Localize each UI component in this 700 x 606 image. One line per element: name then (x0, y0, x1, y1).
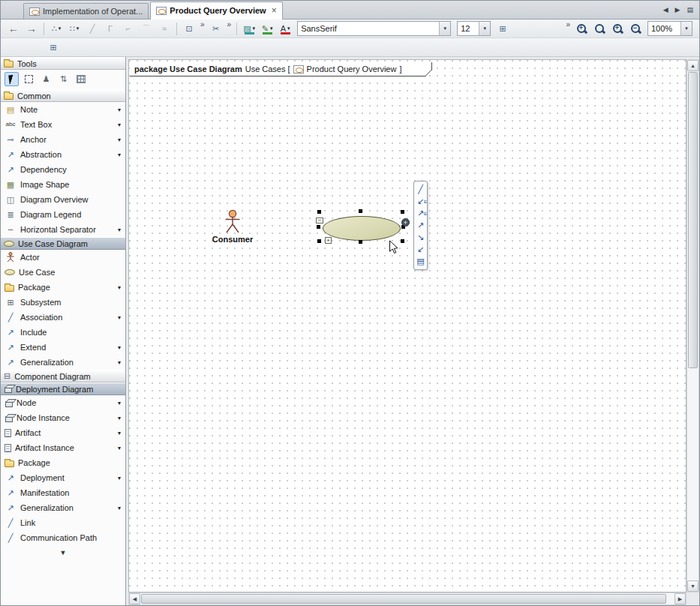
palette-item-generalization[interactable]: ↗Generalization▾ (1, 500, 125, 515)
overflow-chevron-icon[interactable]: » (227, 20, 232, 28)
structure-view-button[interactable]: ⊞ (45, 40, 62, 56)
sticky-mode-tool[interactable]: ♟ (39, 72, 53, 86)
resize-handle[interactable] (317, 225, 320, 229)
chevron-down-icon[interactable]: ▾ (118, 505, 123, 512)
overflow-chevron-icon[interactable]: » (566, 20, 570, 28)
palette-item-subsystem[interactable]: ⊞Subsystem (1, 295, 125, 310)
quick-shape-button[interactable]: ∴▾ (48, 21, 65, 37)
select-tool[interactable] (5, 72, 19, 86)
scroll-down-button[interactable]: ▼ (687, 580, 698, 592)
palette-section-tools[interactable]: Tools (1, 57, 125, 70)
chevron-down-icon[interactable]: ▾ (118, 400, 123, 406)
resize-handle[interactable] (317, 210, 321, 214)
chevron-down-icon[interactable]: ▼ (680, 22, 692, 35)
palette-item-extend[interactable]: ↗Extend▾ (1, 340, 125, 355)
resize-handle[interactable] (359, 209, 362, 213)
zoom-in-button[interactable]: + (573, 21, 590, 37)
chevron-down-icon[interactable]: ▾ (118, 152, 123, 158)
palette-item-abstraction[interactable]: ↗Abstraction▾ (1, 147, 125, 162)
chevron-down-icon[interactable]: ▼ (479, 22, 490, 35)
chevron-down-icon[interactable]: ▾ (118, 475, 123, 482)
chevron-down-icon[interactable]: ▾ (118, 284, 123, 291)
palette-item-package[interactable]: Package▾ (1, 280, 125, 295)
font-color-button[interactable]: A▾ (277, 21, 293, 37)
palette-item-artifact[interactable]: Artifact▾ (1, 425, 125, 440)
next-tab-button[interactable]: ▶ (675, 6, 680, 14)
palette-item-node[interactable]: Node▾ (1, 395, 125, 410)
palette-item-node-instance[interactable]: Node Instance▾ (1, 410, 125, 425)
tab-product-query-overview[interactable]: Product Query Overview× (150, 2, 282, 20)
palette-item-anchor[interactable]: ⊸Anchor▾ (1, 132, 125, 147)
chevron-down-icon[interactable]: ▾ (118, 106, 123, 113)
palette-item-include[interactable]: ↗Include (1, 325, 125, 340)
resize-handle[interactable] (401, 239, 404, 243)
palette-item-diagram-overview[interactable]: ◫Diagram Overview (1, 192, 125, 207)
palette-section-use-case-diagram[interactable]: Use Case Diagram (1, 237, 125, 250)
block-select-tool[interactable] (22, 72, 36, 86)
palette-item-actor[interactable]: Actor (1, 250, 125, 265)
vertical-scrollbar-thumb[interactable] (688, 72, 698, 368)
palette-item-link[interactable]: ╱Link (1, 515, 125, 530)
chevron-down-icon[interactable]: ▾ (118, 359, 123, 366)
palette-item-package[interactable]: Package (1, 455, 125, 470)
chevron-down-icon[interactable]: ▾ (77, 26, 80, 32)
zoom-region-button[interactable]: + (609, 21, 626, 37)
palette-item-communication-path[interactable]: ╱Communication Path (1, 530, 125, 545)
cut-button[interactable]: ✂ (208, 21, 224, 37)
palette-item-manifestation[interactable]: ↗Manifestation (1, 485, 125, 500)
diagram-canvas[interactable]: package Use Case Diagram Use Cases [ Pro… (128, 59, 686, 592)
palette-item-artifact-instance[interactable]: Artifact Instance▾ (1, 440, 125, 455)
make-same-size-button[interactable]: ⊡ (181, 21, 197, 37)
palette-item-generalization[interactable]: ↗Generalization▾ (1, 355, 125, 370)
chevron-down-icon[interactable]: ▾ (270, 26, 273, 32)
tab-implementation-of-operat[interactable]: Implementation of Operat... (23, 3, 149, 19)
draw-dependency-button[interactable]: ↙ (416, 244, 425, 254)
palette-item-dependency[interactable]: ↗Dependency (1, 162, 125, 177)
palette-item-association[interactable]: ╱Association▾ (1, 310, 125, 325)
horizontal-scrollbar-thumb[interactable] (141, 594, 666, 604)
chevron-down-icon[interactable]: ▾ (118, 314, 123, 321)
vertical-scrollbar[interactable]: ▲ ▼ (686, 59, 699, 592)
draw-association-button[interactable]: ╱ (416, 184, 425, 194)
palette-scroll-down[interactable]: ▼ (1, 545, 125, 556)
add-related-element-button[interactable]: + (401, 218, 410, 226)
palette-item-horizontal-separator[interactable]: ┄Horizontal Separator▾ (1, 222, 125, 237)
pen-color-button[interactable]: ✎▾ (259, 21, 275, 37)
chevron-down-icon[interactable]: ▾ (59, 26, 62, 32)
chevron-down-icon[interactable]: ▾ (118, 226, 123, 233)
draw-generalization-button[interactable]: ↘ (416, 232, 425, 242)
layout-tool[interactable] (74, 72, 88, 86)
zoom-out-button[interactable]: − (627, 21, 644, 37)
palette-section-component-diagram[interactable]: ⊟Component Diagram (1, 370, 125, 382)
palette-item-text-box[interactable]: abcText Box▾ (1, 117, 125, 132)
chevron-down-icon[interactable]: ▾ (118, 344, 123, 351)
horizontal-scrollbar[interactable]: ◀ ▶ (128, 592, 686, 605)
draw-directed-association-button[interactable]: ↗ (416, 220, 425, 230)
font-family-combo[interactable]: SansSerif▼ (297, 21, 451, 36)
fill-color-button[interactable]: ▨▾ (241, 21, 257, 37)
specification-button[interactable]: ▤ (416, 256, 425, 266)
zoom-fit-button[interactable] (591, 21, 608, 37)
forward-button[interactable]: → (23, 21, 40, 37)
back-button[interactable]: ← (5, 21, 22, 37)
zoom-combo[interactable]: 100%▼ (647, 21, 692, 36)
chevron-down-icon[interactable]: ▼ (439, 22, 450, 35)
palette-item-image-shape[interactable]: ▦Image Shape (1, 177, 125, 192)
chevron-down-icon[interactable]: ▾ (118, 136, 123, 143)
tab-list-button[interactable]: ▤ (686, 6, 693, 14)
chevron-down-icon[interactable]: ▾ (118, 430, 123, 436)
quick-path-button[interactable]: ∷▾ (66, 21, 83, 37)
chevron-down-icon[interactable]: ▾ (118, 122, 123, 128)
palette-section-common[interactable]: Common (1, 89, 125, 102)
draw-extend-button[interactable]: ↗E (416, 208, 425, 218)
align-tool[interactable]: ⇅ (56, 72, 71, 86)
palette-item-deployment[interactable]: ↗Deployment▾ (1, 470, 125, 485)
scroll-left-button[interactable]: ◀ (129, 593, 140, 604)
chevron-down-icon[interactable]: ▾ (287, 26, 290, 32)
resize-handle[interactable] (317, 239, 321, 243)
collapse-handle[interactable]: − (316, 218, 323, 224)
close-icon[interactable]: × (272, 5, 277, 16)
draw-include-button[interactable]: ↙E (416, 196, 425, 206)
palette-section-deployment-diagram[interactable]: Deployment Diagram (1, 382, 125, 395)
scroll-up-button[interactable]: ▲ (687, 60, 698, 71)
